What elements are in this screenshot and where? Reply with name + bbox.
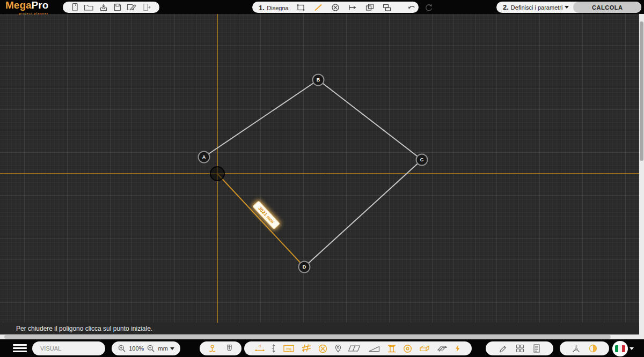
arrange-rects-tool-icon[interactable] <box>382 3 392 12</box>
top-bar: MegaPro project planner 1. Disegna <box>0 0 644 14</box>
svg-text:d: d <box>258 344 260 348</box>
visual-input[interactable] <box>40 345 99 352</box>
zoom-in-icon[interactable] <box>118 344 126 353</box>
pencil-icon[interactable] <box>499 344 508 353</box>
step2-number: 2. <box>503 3 509 11</box>
vertical-scrollbar[interactable] <box>639 14 644 334</box>
chevron-down-icon <box>630 347 634 350</box>
menu-icon[interactable] <box>13 344 27 354</box>
visual-field-pill <box>32 341 105 355</box>
axis-3d-icon[interactable] <box>571 344 581 354</box>
svg-text:C: C <box>420 157 424 162</box>
unit-value: mm <box>158 345 168 352</box>
draw-toolbar-label: 1. Disegna <box>259 3 289 12</box>
magnet-icon[interactable] <box>225 344 234 353</box>
zoom-out-icon[interactable] <box>147 344 155 353</box>
svg-text:B: B <box>317 77 320 83</box>
svg-text:D: D <box>303 264 306 270</box>
zoom-controls: 100% mm <box>112 341 180 355</box>
drawing-canvas[interactable]: ABCD 3021 mm <box>0 14 644 323</box>
horizontal-scrollbar-thumb[interactable] <box>4 335 611 339</box>
horizontal-scrollbar[interactable] <box>0 334 644 339</box>
flag-circle <box>612 341 628 356</box>
italian-flag-icon <box>615 345 625 352</box>
status-message: Per chiudere il poligono clicca sul punt… <box>16 325 152 332</box>
language-selector[interactable] <box>612 341 634 356</box>
lightning-bolt-icon[interactable] <box>453 344 462 353</box>
copy-overlap-tool-icon[interactable] <box>365 3 375 12</box>
redo-refresh-icon[interactable] <box>424 3 434 12</box>
chevron-down-icon <box>170 347 174 350</box>
bottom-bar: 100% mm d mq <box>0 339 644 357</box>
hatch-icon[interactable] <box>301 344 312 353</box>
document-tools <box>486 341 553 355</box>
snap-controls <box>200 341 241 355</box>
zoom-level: 100% <box>129 345 144 352</box>
line-tool-icon[interactable] <box>313 3 323 12</box>
draw-toolbar: 1. Disegna <box>252 2 419 13</box>
svg-text:A: A <box>202 154 206 160</box>
file-toolbar <box>63 2 159 13</box>
step1-label: Disegna <box>267 5 288 11</box>
save-icon[interactable] <box>113 3 122 12</box>
undo-icon[interactable] <box>407 3 416 12</box>
horizontal-dimension-icon[interactable]: d <box>254 344 265 353</box>
new-file-icon[interactable] <box>71 3 79 12</box>
view-tools <box>560 341 609 355</box>
define-parameters-dropdown[interactable]: 2. Definisci i parametri <box>496 3 573 11</box>
circle-cross-tool-icon[interactable] <box>331 3 340 12</box>
rectangle-tool-icon[interactable] <box>296 3 306 12</box>
snap-point-icon[interactable] <box>207 344 217 354</box>
chevron-down-icon <box>565 6 569 9</box>
exit-icon[interactable] <box>142 3 151 12</box>
layers-sheets-icon[interactable] <box>436 344 448 353</box>
brick-3d-icon[interactable] <box>419 344 430 353</box>
circle-cross-icon[interactable] <box>318 344 328 354</box>
location-pin-icon[interactable] <box>334 344 342 353</box>
parameters-control: 2. Definisci i parametri CALCOLA <box>496 2 641 13</box>
grid-panels-icon[interactable] <box>515 344 525 353</box>
extend-arrow-tool-icon[interactable] <box>348 3 357 12</box>
measure-tools-toolbar: d mq <box>244 341 472 355</box>
svg-text:mq: mq <box>286 347 291 351</box>
app-logo: MegaPro project planner <box>5 1 48 18</box>
polygon-drawing: ABCD <box>0 14 644 323</box>
vertical-dimension-icon[interactable] <box>270 344 277 353</box>
status-bar: Per chiudere il poligono clicca sul punt… <box>0 323 644 334</box>
step1-number: 1. <box>259 4 265 12</box>
save-as-icon[interactable] <box>127 3 137 12</box>
parallelogram-split-icon[interactable] <box>348 344 362 353</box>
slope-triangle-icon[interactable] <box>368 344 380 353</box>
unit-dropdown[interactable]: mm <box>158 345 174 352</box>
step2-label: Definisci i parametri <box>511 4 563 11</box>
donut-icon[interactable] <box>402 344 413 354</box>
import-icon[interactable] <box>99 3 108 12</box>
report-document-icon[interactable] <box>532 344 541 353</box>
column-section-icon[interactable] <box>386 344 397 354</box>
vertical-scrollbar-thumb[interactable] <box>640 21 643 161</box>
open-folder-icon[interactable] <box>84 3 94 12</box>
contrast-icon[interactable] <box>588 344 598 353</box>
area-mq-icon[interactable]: mq <box>283 344 295 353</box>
calcola-button[interactable]: CALCOLA <box>573 2 641 13</box>
